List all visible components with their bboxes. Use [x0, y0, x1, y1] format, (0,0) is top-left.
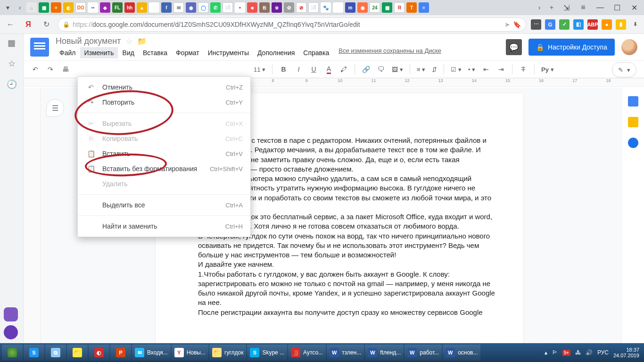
history-icon[interactable]: 🕘 [7, 79, 17, 90]
editing-mode-select[interactable]: ✎ ▾ [612, 62, 636, 77]
start-button[interactable] [2, 345, 23, 361]
taskbar-app[interactable]: 📕Аутсо... [288, 345, 326, 361]
ext-icon[interactable]: ▮ [616, 19, 626, 30]
tab-favicon[interactable]: T [406, 2, 417, 13]
window-close-icon[interactable]: ✕ [626, 2, 642, 13]
tab-favicon[interactable]: ⎘ [259, 2, 270, 13]
print-icon[interactable]: 🖶 [59, 63, 72, 75]
taskbar-app[interactable]: Wработ... [405, 345, 442, 361]
tab-favicon[interactable]: •• [88, 2, 98, 13]
tab-favicon[interactable]: ■ [247, 2, 257, 13]
tray-net-icon[interactable]: 🖧 [575, 349, 581, 356]
indent-increase-icon[interactable]: ⇥ [495, 63, 507, 75]
text-color-icon[interactable]: A [322, 63, 335, 75]
tab-favicon[interactable]: ※ [272, 2, 282, 13]
menu-insert[interactable]: Вставка [139, 47, 171, 58]
tab-favicon[interactable] [149, 2, 159, 13]
menu-addons[interactable]: Дополнения [254, 47, 298, 58]
window-maximize-icon[interactable]: ☐ [609, 2, 625, 13]
tab-favicon[interactable]: 🐾 [321, 2, 331, 13]
tab-favicon[interactable]: ◯ [198, 2, 208, 13]
task-icon[interactable]: ◐ [89, 345, 109, 361]
favorite-icon[interactable]: ☆ [8, 58, 16, 69]
tray-clock[interactable]: 18:37 24.07.2019 [613, 347, 639, 358]
tray-flag-icon[interactable]: 🏳 [552, 349, 558, 356]
menu-item-paste-plain[interactable]: 📋 Вставить без форматирования Ctrl+Shift… [78, 161, 250, 176]
tab-favicon[interactable]: ◆ [100, 2, 110, 13]
tray-expand-icon[interactable]: ▴ [545, 349, 547, 356]
font-size-select[interactable]: 11 ▾ [252, 66, 267, 73]
apps-icon[interactable]: ▦ [8, 38, 16, 48]
menu-format[interactable]: Формат [172, 47, 203, 58]
ext-icon[interactable]: ● [602, 19, 612, 30]
menu-file[interactable]: Файл [56, 47, 79, 58]
taskbar-app[interactable]: 📁гуглдок [209, 345, 246, 361]
vertical-ruler[interactable] [24, 88, 41, 343]
checklist-icon[interactable]: ☑ ▾ [449, 66, 463, 73]
account-avatar[interactable] [621, 39, 637, 55]
tasks-icon[interactable] [628, 138, 638, 148]
task-icon[interactable]: 📁 [67, 345, 88, 361]
indent-decrease-icon[interactable]: ⇤ [480, 63, 492, 75]
tab-dropdown-icon[interactable]: ▾ [2, 2, 13, 13]
tab-favicon[interactable]: Я [394, 2, 405, 13]
outline-toggle-icon[interactable]: ☰ [46, 99, 64, 117]
menu-item-undo[interactable]: ↶ Отменить Ctrl+Z [78, 80, 250, 95]
alice-icon[interactable] [4, 307, 18, 321]
tab-favicon[interactable]: ◐ [63, 2, 74, 13]
taskbar-app[interactable]: Wоснов... [443, 345, 480, 361]
tab-favicon[interactable] [333, 2, 343, 13]
tab-favicon[interactable]: FL [112, 2, 123, 13]
tab-favicon[interactable]: ▦ [39, 2, 49, 13]
download-icon[interactable]: ⬇ [630, 19, 640, 30]
menu-view[interactable]: Вид [119, 47, 138, 58]
docs-logo-icon[interactable] [30, 38, 49, 57]
tab-favicon[interactable]: 📄 [223, 2, 233, 13]
menu-item-cut[interactable]: ✂ Вырезать Ctrl+X [78, 116, 250, 131]
tab-favicon[interactable]: ▲ [137, 2, 147, 13]
tab-favicon[interactable]: DO [75, 2, 86, 13]
menu-item-delete[interactable]: Удалить [78, 176, 250, 191]
taskbar-app[interactable]: ✉Входя... [132, 345, 171, 361]
tab-favicon[interactable]: ▦ [382, 2, 392, 13]
url-input[interactable]: 🔒 https://docs.google.com/document/d/1Z0… [58, 17, 526, 32]
task-icon[interactable]: P [110, 345, 131, 361]
tab-nav-next-icon[interactable]: › [534, 2, 545, 13]
new-tab-icon[interactable]: ＋ [546, 2, 557, 13]
send-icon[interactable]: ➤ [504, 21, 510, 28]
reload-icon[interactable]: ↻ [40, 18, 53, 31]
line-spacing-icon[interactable]: ⇵ [430, 66, 439, 73]
tab-favicon[interactable]: 📄 [308, 2, 319, 13]
task-icon[interactable]: S [24, 345, 44, 361]
ext-icon[interactable]: ◧ [573, 19, 584, 30]
tab-favicon[interactable]: ✆ [210, 2, 221, 13]
taskbar-app[interactable]: Wftленд... [365, 345, 404, 361]
ext-icon[interactable]: ABP [587, 19, 598, 30]
tray-vol-icon[interactable]: 🔊 [586, 349, 593, 356]
taskbar-app[interactable]: Wтзлен... [327, 345, 364, 361]
menu-item-paste[interactable]: 📋 Вставить Ctrl+V [78, 146, 250, 161]
tab-favicon[interactable]: ◉ [357, 2, 368, 13]
insert-comment-icon[interactable]: 🗨 [375, 63, 387, 75]
ext-icon[interactable]: ✓ [559, 19, 570, 30]
tab-favicon[interactable]: ✉ [173, 2, 184, 13]
bold-icon[interactable]: B [277, 63, 289, 75]
yandex-logo-icon[interactable]: Я [22, 18, 35, 31]
tray-badge[interactable]: 9+ [562, 350, 570, 356]
bullet-list-icon[interactable]: • ▾ [466, 66, 477, 73]
share-button[interactable]: 🔒 Настройки Доступа [528, 39, 615, 56]
tab-favicon[interactable]: ⊘ [296, 2, 306, 13]
menu-item-redo[interactable]: ↷ Повторить Ctrl+Y [78, 95, 250, 110]
menu-item-copy[interactable]: ⎘ Копировать Ctrl+C [78, 131, 250, 146]
keep-icon[interactable] [628, 117, 638, 127]
window-minimize-icon[interactable]: ― [592, 2, 608, 13]
taskbar-app[interactable]: YНовы... [172, 345, 208, 361]
highlight-icon[interactable]: 🖍 [338, 63, 350, 75]
tab-favicon[interactable]: • [235, 2, 245, 13]
tab-nav-prev-icon[interactable]: ‹ [14, 2, 25, 13]
menu-icon[interactable]: ≡ [575, 2, 591, 13]
insert-image-icon[interactable]: 🖼 ▾ [390, 66, 405, 73]
insert-link-icon[interactable]: 🔗 [360, 63, 372, 75]
taskbar-app[interactable]: SSkype ... [247, 345, 287, 361]
input-tools-icon[interactable]: Ру ▾ [539, 66, 556, 73]
